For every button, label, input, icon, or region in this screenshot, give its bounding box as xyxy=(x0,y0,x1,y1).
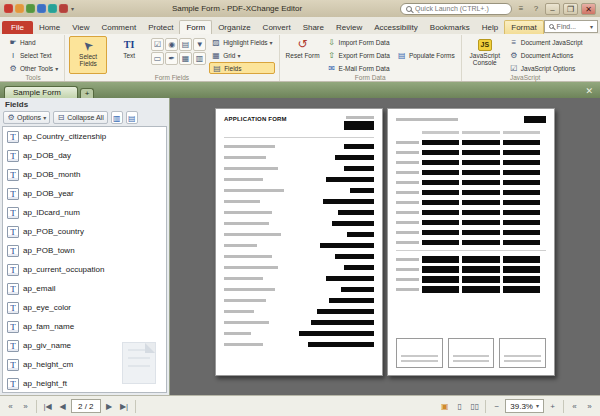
field-list-item[interactable]: Tap_Country_citizenship xyxy=(3,127,166,146)
undo-icon[interactable] xyxy=(26,4,35,13)
close-document-icon[interactable]: ✕ xyxy=(582,86,596,98)
highlight-fields-icon: ▨ xyxy=(211,38,221,47)
next-page-button[interactable]: ▶ xyxy=(103,399,116,414)
single-page-layout-icon[interactable]: ▯ xyxy=(453,399,466,414)
ribbon-tab-share[interactable]: Share xyxy=(297,21,330,34)
expand-panel-right-icon[interactable]: » xyxy=(583,399,596,414)
javascript-options-button[interactable]: ☑ JavaScript Options xyxy=(507,62,585,74)
field-list-item[interactable]: Tap_current_occupation xyxy=(3,260,166,279)
field-list-item[interactable]: Tap_email xyxy=(3,279,166,298)
help-icon[interactable]: ? xyxy=(530,4,542,13)
ribbon-tab-view[interactable]: View xyxy=(66,21,95,34)
quick-launch-input[interactable]: Quick Launch (CTRL+.) xyxy=(400,3,512,15)
select-text-tool-button[interactable]: ISelect Text xyxy=(6,49,60,61)
ribbon-tab-organize[interactable]: Organize xyxy=(212,21,256,34)
ribbon-tab-convert[interactable]: Convert xyxy=(257,21,297,34)
save-icon[interactable] xyxy=(15,4,24,13)
barcode-field-icon[interactable]: ▥ xyxy=(193,52,206,65)
previous-page-button[interactable]: ◀ xyxy=(56,399,69,414)
field-name: ap_POB_town xyxy=(23,246,75,255)
page-2[interactable] xyxy=(387,108,555,376)
ribbon-tab-format[interactable]: Format xyxy=(504,20,543,34)
document-view[interactable]: APPLICATION FORM xyxy=(170,98,600,395)
checkbox-field-icon[interactable]: ☑ xyxy=(151,38,164,51)
zoom-level-box[interactable]: 39.3% ▾ xyxy=(505,399,544,413)
zoom-in-button[interactable]: + xyxy=(546,399,559,414)
collapse-panel-left-icon[interactable]: « xyxy=(4,399,17,414)
grid-label: Grid xyxy=(223,52,235,59)
dropdown-field-icon[interactable]: ▼ xyxy=(193,38,206,51)
ribbon-tab-review[interactable]: Review xyxy=(330,21,368,34)
ribbon-tab-home[interactable]: Home xyxy=(33,21,66,34)
field-list-item[interactable]: Tap_eye_color xyxy=(3,298,166,317)
ribbon-tab-file[interactable]: File xyxy=(2,21,33,34)
ribbon-tab-accessibility[interactable]: Accessibility xyxy=(368,21,424,34)
date-field-icon[interactable]: ▦ xyxy=(179,52,192,65)
close-button[interactable]: ✕ xyxy=(581,3,596,15)
document-actions-button[interactable]: ⚙ Document Actions xyxy=(507,49,585,61)
field-list-item[interactable]: Tap_DOB_month xyxy=(3,165,166,184)
field-list-item[interactable]: Tap_POB_country xyxy=(3,222,166,241)
app-icon[interactable] xyxy=(4,4,13,13)
tab-order-icon[interactable]: ▥ xyxy=(111,111,123,124)
field-list-view-icon[interactable]: ▤ xyxy=(126,111,138,124)
other-tools-button[interactable]: ⚙Other Tools▾ xyxy=(6,62,60,74)
field-list-item[interactable]: Tap_fam_name xyxy=(3,317,166,336)
restore-button[interactable]: ❐ xyxy=(563,3,578,15)
quick-access-dropdown-icon[interactable]: ▾ xyxy=(71,5,74,12)
page-1[interactable]: APPLICATION FORM xyxy=(215,108,383,376)
select-fields-button[interactable]: ➤ Select Fields xyxy=(69,36,107,74)
expand-panel-left-icon[interactable]: » xyxy=(19,399,32,414)
ribbon-tab-bookmarks[interactable]: Bookmarks xyxy=(424,21,476,34)
collapse-all-button[interactable]: ⊟ Collapse All xyxy=(53,111,108,124)
email-form-data-button[interactable]: ✉ E-Mail Form Data xyxy=(325,62,392,74)
ui-options-icon[interactable]: ≡ xyxy=(515,4,527,13)
radio-button-field-icon[interactable]: ◉ xyxy=(165,38,178,51)
first-page-button[interactable]: |◀ xyxy=(41,399,54,414)
reset-form-button[interactable]: ↺ Reset Form xyxy=(284,36,322,74)
ribbon-tab-form[interactable]: Form xyxy=(179,20,212,34)
options-button[interactable]: ⚙ Options ▾ xyxy=(3,111,50,124)
javascript-console-label: JavaScript Console xyxy=(467,52,503,66)
cursor-icon: ➤ xyxy=(79,37,97,55)
fields-pane-button[interactable]: ▤ Fields xyxy=(209,62,274,74)
field-list-item[interactable]: Tap_POB_town xyxy=(3,241,166,260)
mail-icon[interactable] xyxy=(48,4,57,13)
last-page-button[interactable]: ▶| xyxy=(118,399,131,414)
fields-list: Tap_Country_citizenshipTap_DOB_dayTap_DO… xyxy=(2,126,167,393)
populate-forms-button[interactable]: ▤ Populate Forms xyxy=(395,49,457,61)
document-javascript-button[interactable]: ≡ Document JavaScript xyxy=(507,36,585,48)
collapse-panel-right-icon[interactable]: « xyxy=(568,399,581,414)
text-field-button[interactable]: TI Text xyxy=(110,36,148,74)
import-form-data-button[interactable]: ⇩ Import Form Data xyxy=(325,36,392,48)
list-box-field-icon[interactable]: ▤ xyxy=(179,38,192,51)
page1-title: APPLICATION FORM xyxy=(224,116,287,122)
print-icon[interactable] xyxy=(59,4,68,13)
page-number-box[interactable]: 2 / 2 xyxy=(71,399,101,413)
signature-field-icon[interactable]: ✒ xyxy=(165,52,178,65)
javascript-console-button[interactable]: JS JavaScript Console xyxy=(466,36,504,74)
ribbon-tab-help[interactable]: Help xyxy=(476,21,504,34)
field-list-item[interactable]: Tap_IDcard_num xyxy=(3,203,166,222)
find-box[interactable]: Find... ▾ xyxy=(544,20,598,33)
document-tab-sample-form[interactable]: Sample Form xyxy=(4,86,78,98)
ribbon-tab-protect[interactable]: Protect xyxy=(142,21,179,34)
zoom-out-button[interactable]: − xyxy=(490,399,503,414)
text-field-icon: T xyxy=(7,340,19,352)
field-list-item[interactable]: Tap_DOB_day xyxy=(3,146,166,165)
new-tab-button[interactable]: + xyxy=(80,88,94,98)
button-field-icon[interactable]: ▭ xyxy=(151,52,164,65)
grid-button[interactable]: ▦ Grid ▾ xyxy=(209,49,274,61)
two-page-layout-icon[interactable]: ▯▯ xyxy=(468,399,481,414)
minimize-button[interactable]: – xyxy=(545,3,560,15)
highlight-fields-button[interactable]: ▨ Highlight Fields ▾ xyxy=(209,36,274,48)
ribbon-tab-comment[interactable]: Comment xyxy=(95,21,142,34)
export-form-data-button[interactable]: ⇧ Export Form Data xyxy=(325,49,392,61)
find-dropdown-icon[interactable]: ▾ xyxy=(590,23,593,30)
field-list-item[interactable]: Tap_DOB_year xyxy=(3,184,166,203)
ribbon-group-javascript: JS JavaScript Console ≡ Document JavaScr… xyxy=(462,35,589,81)
snapshot-icon[interactable]: ▣ xyxy=(438,399,451,414)
redo-icon[interactable] xyxy=(37,4,46,13)
find-icon xyxy=(549,24,554,29)
hand-tool-button[interactable]: ☛Hand xyxy=(6,36,60,48)
